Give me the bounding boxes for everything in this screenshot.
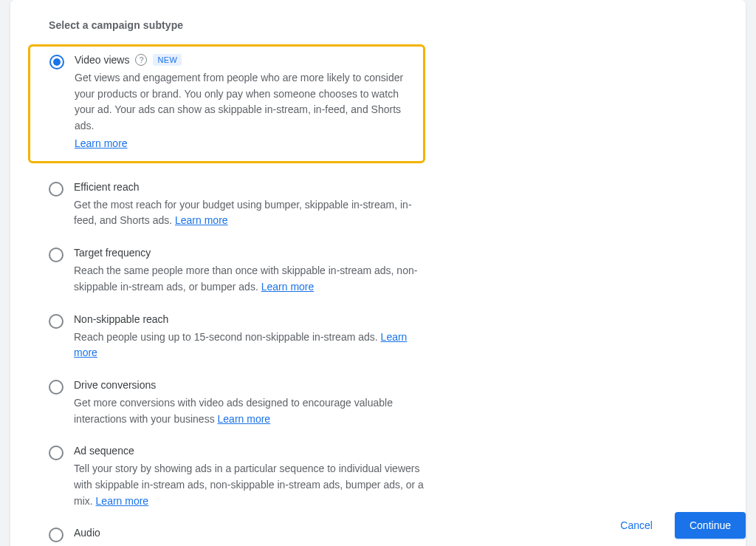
learn-more-link[interactable]: Learn more — [261, 281, 315, 293]
learn-more-link[interactable]: Learn more — [75, 137, 128, 149]
option-title-row: Audio — [74, 527, 427, 539]
option-body: Efficient reachGet the most reach for yo… — [74, 181, 427, 229]
option-description: Get the most reach for your budget using… — [74, 197, 427, 229]
radio-button[interactable] — [49, 528, 63, 542]
subtype-option[interactable]: Efficient reachGet the most reach for yo… — [28, 181, 427, 229]
option-title: Target frequency — [74, 247, 151, 259]
option-description: Reach people using up to 15-second non-s… — [74, 330, 427, 361]
subtype-card: Select a campaign subtype Video views?NE… — [10, 0, 746, 546]
option-description-text: Get the most reach for your budget using… — [74, 199, 412, 227]
subtype-option[interactable]: Video views?NEWGet views and engagement … — [28, 44, 425, 163]
help-icon[interactable]: ? — [135, 54, 147, 66]
options-list: Video views?NEWGet views and engagement … — [28, 44, 728, 546]
learn-more-link[interactable]: Learn more — [218, 413, 271, 425]
option-body: Target frequencyReach the same people mo… — [74, 247, 427, 295]
subtype-option[interactable]: Ad sequenceTell your story by showing ad… — [28, 445, 427, 509]
footer-actions: Cancel Continue — [611, 512, 746, 539]
option-description: Get views and engagement from people who… — [75, 70, 414, 134]
option-title-row: Non-skippable reach — [74, 313, 427, 325]
option-body: Ad sequenceTell your story by showing ad… — [74, 445, 427, 509]
option-body: Drive conversionsGet more conversions wi… — [74, 379, 427, 427]
option-description: Tell your story by showing ads in a part… — [74, 461, 427, 509]
option-description: Reach your audience while they're listen… — [74, 543, 427, 546]
option-title: Efficient reach — [74, 181, 139, 193]
option-title-row: Drive conversions — [74, 379, 427, 391]
option-body: Video views?NEWGet views and engagement … — [75, 54, 414, 149]
learn-more-link[interactable]: Learn more — [96, 495, 149, 507]
radio-button[interactable] — [49, 380, 63, 395]
radio-button[interactable] — [49, 182, 63, 197]
option-body: Non-skippable reachReach people using up… — [74, 313, 427, 361]
subtype-option[interactable]: Target frequencyReach the same people mo… — [28, 247, 427, 295]
option-title-row: Efficient reach — [74, 181, 427, 193]
section-title: Select a campaign subtype — [49, 19, 728, 31]
radio-button[interactable] — [49, 55, 64, 69]
radio-button[interactable] — [49, 314, 63, 329]
option-title-row: Video views?NEW — [75, 54, 414, 66]
option-title: Ad sequence — [74, 445, 134, 457]
option-description: Get more conversions with video ads desi… — [74, 395, 427, 427]
option-description-text: Reach people using up to 15-second non-s… — [74, 331, 378, 343]
subtype-option[interactable]: AudioReach your audience while they're l… — [28, 527, 427, 546]
option-title: Non-skippable reach — [74, 313, 168, 325]
option-description: Reach the same people more than once wit… — [74, 263, 427, 295]
radio-button[interactable] — [49, 248, 63, 262]
learn-more-link[interactable]: Learn more — [175, 214, 228, 226]
radio-button[interactable] — [49, 446, 63, 460]
continue-button[interactable]: Continue — [675, 512, 746, 539]
option-title: Drive conversions — [74, 379, 156, 391]
option-title: Audio — [74, 527, 100, 539]
option-title-row: Target frequency — [74, 247, 427, 259]
option-body: AudioReach your audience while they're l… — [74, 527, 427, 546]
cancel-button[interactable]: Cancel — [611, 513, 662, 537]
canvas: Select a campaign subtype Video views?NE… — [0, 0, 756, 546]
new-badge: NEW — [153, 54, 182, 66]
option-description-text: Reach the same people more than once wit… — [74, 265, 417, 293]
option-description-text: Get views and engagement from people who… — [75, 72, 403, 132]
option-title: Video views — [75, 54, 129, 66]
option-title-row: Ad sequence — [74, 445, 427, 457]
subtype-option[interactable]: Drive conversionsGet more conversions wi… — [28, 379, 427, 427]
subtype-option[interactable]: Non-skippable reachReach people using up… — [28, 313, 427, 361]
